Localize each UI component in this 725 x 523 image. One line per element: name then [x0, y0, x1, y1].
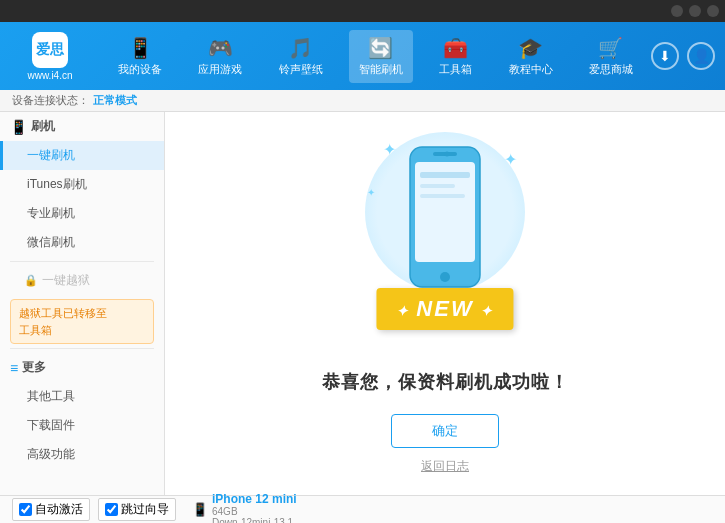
nav-toolbox[interactable]: 🧰 工具箱 [429, 30, 482, 83]
header-right-buttons: ⬇ 👤 [651, 42, 715, 70]
maximize-button[interactable] [689, 5, 701, 17]
sparkle-1: ✦ [383, 140, 396, 159]
jailbreak-label: 一键越狱 [42, 272, 90, 289]
phone-illustration: ✦ ✦ ✦ NEW [345, 132, 545, 350]
nav-ringtones-icon: 🎵 [288, 36, 313, 60]
nav-smart-flash-label: 智能刷机 [359, 62, 403, 77]
confirm-button[interactable]: 确定 [391, 414, 499, 448]
nav-smart-flash[interactable]: 🔄 智能刷机 [349, 30, 413, 83]
svg-rect-7 [420, 194, 465, 198]
skip-wizard-input[interactable] [105, 503, 118, 516]
nav-bar: 📱 我的设备 🎮 应用游戏 🎵 铃声壁纸 🔄 智能刷机 🧰 工具箱 🎓 教程中心… [100, 30, 651, 83]
svg-point-2 [440, 272, 450, 282]
status-label: 设备连接状态： [12, 93, 89, 108]
content-area: ✦ ✦ ✦ NEW 恭喜您 [165, 112, 725, 495]
sidebar-section-flash: 📱 刷机 [0, 112, 164, 141]
download-button[interactable]: ⬇ [651, 42, 679, 70]
close-button[interactable] [707, 5, 719, 17]
sparkle-3: ✦ [367, 187, 375, 198]
skip-wizard-label: 跳过向导 [121, 501, 169, 518]
minimize-button[interactable] [671, 5, 683, 17]
wechat-flash-label: 微信刷机 [27, 235, 75, 249]
download-firmware-label: 下载固件 [27, 418, 75, 432]
flash-section-label: 刷机 [31, 118, 55, 135]
device-details: iPhone 12 mini 64GB Down-12mini-13,1 [212, 492, 297, 524]
title-bar [0, 0, 725, 22]
nav-my-device-icon: 📱 [128, 36, 153, 60]
auto-start-input[interactable] [19, 503, 32, 516]
nav-tutorial[interactable]: 🎓 教程中心 [499, 30, 563, 83]
advanced-label: 高级功能 [27, 447, 75, 461]
device-name: iPhone 12 mini [212, 492, 297, 506]
logo-icon: 爱思 [32, 32, 68, 68]
sidebar-item-other-tools[interactable]: 其他工具 [0, 382, 164, 411]
main-layout: 📱 刷机 一键刷机 iTunes刷机 专业刷机 微信刷机 🔒 一键越狱 越狱工具… [0, 112, 725, 495]
sidebar: 📱 刷机 一键刷机 iTunes刷机 专业刷机 微信刷机 🔒 一键越狱 越狱工具… [0, 112, 165, 495]
auto-start-label: 自动激活 [35, 501, 83, 518]
auto-start-checkbox[interactable]: 自动激活 [12, 498, 90, 521]
sidebar-divider-1 [10, 261, 154, 262]
nav-my-device-label: 我的设备 [118, 62, 162, 77]
status-value: 正常模式 [93, 93, 137, 108]
svg-rect-6 [420, 184, 455, 188]
nav-ringtones[interactable]: 🎵 铃声壁纸 [269, 30, 333, 83]
nav-toolbox-icon: 🧰 [443, 36, 468, 60]
sparkle-2: ✦ [504, 150, 517, 169]
sidebar-divider-2 [10, 348, 154, 349]
nav-tutorial-label: 教程中心 [509, 62, 553, 77]
other-tools-label: 其他工具 [27, 389, 75, 403]
svg-point-4 [445, 152, 450, 157]
nav-ringtones-label: 铃声壁纸 [279, 62, 323, 77]
nav-apps-label: 应用游戏 [198, 62, 242, 77]
nav-toolbox-label: 工具箱 [439, 62, 472, 77]
sidebar-section-more: ≡ 更多 [0, 353, 164, 382]
user-button[interactable]: 👤 [687, 42, 715, 70]
sidebar-item-wechat-flash[interactable]: 微信刷机 [0, 228, 164, 257]
sidebar-item-pro-flash[interactable]: 专业刷机 [0, 199, 164, 228]
flash-section-icon: 📱 [10, 119, 27, 135]
device-icon: 📱 [192, 502, 208, 517]
success-message: 恭喜您，保资料刷机成功啦！ [322, 370, 569, 394]
sidebar-item-one-key-flash[interactable]: 一键刷机 [0, 141, 164, 170]
device-storage: 64GB [212, 506, 297, 517]
more-section-icon: ≡ [10, 360, 18, 376]
status-bar: 设备连接状态： 正常模式 [0, 90, 725, 112]
sidebar-jailbreak-note: 越狱工具已转移至工具箱 [10, 299, 154, 344]
nav-apps-icon: 🎮 [208, 36, 233, 60]
nav-mall-icon: 🛒 [598, 36, 623, 60]
nav-smart-flash-icon: 🔄 [368, 36, 393, 60]
nav-my-device[interactable]: 📱 我的设备 [108, 30, 172, 83]
nav-mall[interactable]: 🛒 爱思商城 [579, 30, 643, 83]
pro-flash-label: 专业刷机 [27, 206, 75, 220]
itunes-flash-label: iTunes刷机 [27, 177, 87, 191]
one-key-flash-label: 一键刷机 [27, 148, 75, 162]
svg-rect-5 [420, 172, 470, 178]
bottom-section: 自动激活 跳过向导 📱 iPhone 12 mini 64GB Down-12m… [0, 495, 725, 523]
lock-icon: 🔒 [24, 274, 38, 287]
nav-tutorial-icon: 🎓 [518, 36, 543, 60]
sidebar-item-download-firmware[interactable]: 下载固件 [0, 411, 164, 440]
header: 爱思 www.i4.cn 📱 我的设备 🎮 应用游戏 🎵 铃声壁纸 🔄 智能刷机… [0, 22, 725, 90]
sidebar-item-advanced[interactable]: 高级功能 [0, 440, 164, 469]
sidebar-section-jailbreak: 🔒 一键越狱 [0, 266, 164, 295]
logo[interactable]: 爱思 www.i4.cn [10, 32, 90, 81]
nav-mall-label: 爱思商城 [589, 62, 633, 77]
bottom-row1: 自动激活 跳过向导 📱 iPhone 12 mini 64GB Down-12m… [0, 496, 725, 523]
more-section-label: 更多 [22, 359, 46, 376]
device-model: Down-12mini-13,1 [212, 517, 297, 524]
phone-svg [405, 142, 485, 292]
device-info: 📱 iPhone 12 mini 64GB Down-12mini-13,1 [192, 492, 297, 524]
new-badge: NEW [376, 288, 513, 330]
nav-apps-games[interactable]: 🎮 应用游戏 [188, 30, 252, 83]
skip-wizard-checkbox[interactable]: 跳过向导 [98, 498, 176, 521]
logo-url: www.i4.cn [27, 70, 72, 81]
back-link[interactable]: 返回日志 [421, 458, 469, 475]
sidebar-item-itunes-flash[interactable]: iTunes刷机 [0, 170, 164, 199]
